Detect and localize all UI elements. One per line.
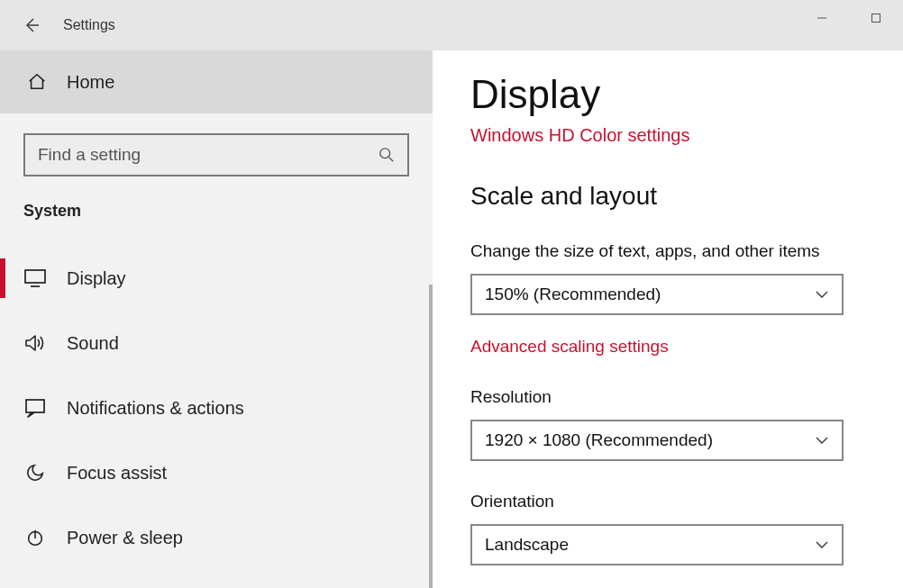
window-title: Settings	[63, 17, 115, 33]
sidebar-item-label: Display	[67, 268, 126, 289]
page-title: Display	[470, 72, 867, 117]
sidebar-item-notifications[interactable]: Notifications & actions	[0, 375, 433, 440]
svg-rect-3	[26, 400, 44, 412]
svg-rect-0	[872, 14, 880, 23]
sidebar-item-sound[interactable]: Sound	[0, 311, 433, 375]
chevron-down-icon	[815, 540, 829, 549]
orientation-label: Orientation	[470, 492, 867, 511]
sidebar-item-power-sleep[interactable]: Power & sleep	[0, 505, 433, 570]
search-input[interactable]	[38, 145, 379, 165]
sidebar-item-label: Sound	[67, 333, 119, 354]
focus-assist-icon	[23, 463, 47, 483]
resolution-label: Resolution	[470, 387, 867, 407]
sound-icon	[23, 333, 47, 353]
minimize-icon	[816, 13, 827, 23]
advanced-scaling-link[interactable]: Advanced scaling settings	[470, 337, 669, 357]
scale-dropdown[interactable]: 150% (Recommended)	[470, 274, 844, 315]
orientation-dropdown-value: Landscape	[485, 535, 569, 555]
sidebar-item-label: Focus assist	[67, 463, 167, 484]
svg-point-1	[380, 149, 390, 158]
chevron-down-icon	[815, 290, 829, 299]
notifications-icon	[23, 398, 47, 418]
titlebar: Settings	[0, 0, 903, 50]
scale-dropdown-value: 150% (Recommended)	[485, 285, 661, 304]
sidebar-nav: Display Sound Notifications & actions	[0, 246, 433, 570]
svg-rect-2	[25, 270, 45, 283]
category-label: System	[0, 176, 433, 221]
chevron-down-icon	[815, 436, 829, 445]
sidebar-item-label: Notifications & actions	[67, 398, 244, 419]
resolution-dropdown-value: 1920 × 1080 (Recommended)	[485, 430, 713, 450]
orientation-dropdown[interactable]: Landscape	[470, 524, 844, 565]
maximize-icon	[871, 13, 881, 23]
search-icon	[379, 147, 395, 163]
resolution-dropdown[interactable]: 1920 × 1080 (Recommended)	[470, 420, 844, 461]
sidebar-item-display[interactable]: Display	[0, 246, 433, 311]
home-label: Home	[67, 72, 114, 93]
sidebar-item-focus-assist[interactable]: Focus assist	[0, 440, 433, 505]
minimize-button[interactable]	[795, 0, 849, 36]
home-icon	[27, 72, 47, 92]
back-arrow-icon	[23, 16, 41, 34]
display-icon	[23, 269, 47, 287]
back-button[interactable]	[0, 0, 63, 50]
maximize-button[interactable]	[849, 0, 903, 36]
scale-section-title: Scale and layout	[470, 182, 867, 211]
hd-color-link[interactable]: Windows HD Color settings	[470, 126, 867, 144]
sidebar: Home System Display	[0, 50, 433, 588]
sidebar-item-label: Power & sleep	[67, 528, 183, 548]
home-nav-item[interactable]: Home	[0, 50, 433, 113]
content-panel: Display Windows HD Color settings Scale …	[433, 50, 903, 588]
scale-label: Change the size of text, apps, and other…	[470, 241, 867, 261]
power-icon	[23, 528, 47, 547]
search-box[interactable]	[23, 133, 409, 176]
